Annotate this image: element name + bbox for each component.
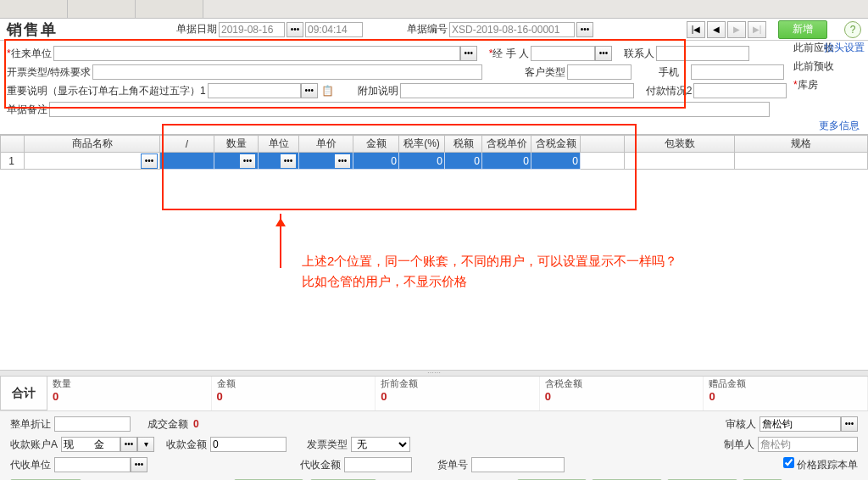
col-unit[interactable]: 单位	[259, 136, 299, 153]
agent-picker-button[interactable]: •••	[131, 457, 147, 472]
qty-picker-button[interactable]: •••	[239, 153, 256, 169]
col-gross-price[interactable]: 含税单价	[482, 136, 531, 153]
contact-label: 联系人	[624, 47, 654, 61]
auditor-picker-button[interactable]: •••	[841, 416, 858, 432]
col-amount[interactable]: 金额	[353, 136, 399, 153]
discount-label: 整单折让	[10, 417, 51, 432]
total-amount-label: 金额	[217, 377, 370, 390]
invoice-type-label: 开票类型/特殊要求	[7, 65, 91, 80]
help-icon[interactable]: ?	[844, 21, 861, 38]
deal-amount-value: 0	[193, 418, 199, 430]
time-input[interactable]	[305, 22, 363, 37]
follow-cost-checkbox[interactable]: 价格跟踪本单	[783, 457, 858, 472]
cell-spec[interactable]	[735, 153, 868, 170]
agent-label: 代收单位	[10, 458, 51, 472]
template-icon[interactable]: 📋	[321, 85, 334, 97]
invoice-type-input[interactable]	[92, 64, 482, 80]
tab-blank-1[interactable]	[0, 0, 68, 18]
maker-label: 制单人	[724, 438, 754, 452]
doc-no-picker-button[interactable]: •••	[576, 22, 593, 37]
cell-price[interactable]: •••	[299, 153, 353, 170]
doc-note-input[interactable]	[49, 102, 770, 117]
footer: 整单折让 成交金额 0 审核人 ••• 收款账户A ••• ▾ 收款金额 发票类…	[0, 411, 868, 480]
tab-blank-3[interactable]	[136, 0, 203, 18]
col-product[interactable]: 商品名称	[25, 136, 160, 153]
date-input[interactable]	[219, 22, 285, 37]
cust-type-label: 客户类型	[525, 65, 565, 80]
new-button[interactable]: 新增	[778, 20, 827, 39]
col-spec[interactable]: 规格	[735, 136, 868, 153]
handler-input[interactable]	[531, 46, 595, 61]
col-gross-amount[interactable]: 含税金额	[531, 136, 581, 153]
totals-bar: 合计 数量0 金额0 折前金额0 含税金额0 赠品金额0	[0, 377, 868, 411]
customer-picker-button[interactable]: •••	[460, 46, 477, 61]
col-taxrate[interactable]: 税率(%)	[399, 136, 445, 153]
col-pack[interactable]: 包装数	[625, 136, 735, 153]
side-stock-label: 库房	[798, 79, 818, 91]
product-picker-button[interactable]: •••	[141, 153, 158, 169]
col-tax[interactable]: 税额	[445, 136, 482, 153]
cell-unit[interactable]: •••	[259, 153, 299, 170]
handler-picker-button[interactable]: •••	[595, 46, 612, 61]
nav-first-button[interactable]: |◀	[687, 21, 705, 38]
total-gross-value: 0	[545, 390, 698, 403]
important-note-label: 重要说明（显示在订单右上角不超过五字）1	[7, 84, 206, 98]
pay-state-label: 付款情况2	[646, 84, 693, 98]
col-qty[interactable]: 数量	[214, 136, 259, 153]
important-note-input[interactable]	[208, 83, 301, 98]
col-slash[interactable]: /	[160, 136, 214, 153]
invoice-kind-select[interactable]: 无	[351, 437, 410, 452]
ship-no-input[interactable]	[471, 457, 565, 472]
pay-state-input[interactable]	[693, 83, 787, 98]
total-gross-label: 含税金额	[545, 377, 698, 390]
price-picker-button[interactable]: •••	[334, 153, 351, 169]
tab-blank-2[interactable]	[68, 0, 136, 18]
unit-picker-button[interactable]: •••	[280, 153, 297, 169]
doc-note-label: 单据备注	[7, 103, 47, 117]
cell-tax[interactable]: 0	[445, 153, 482, 170]
col-price[interactable]: 单价	[299, 136, 353, 153]
recv-amount-input[interactable]	[210, 437, 287, 452]
recv-acct-input[interactable]	[61, 437, 120, 452]
cell-taxrate[interactable]: 0	[399, 153, 445, 170]
recv-amount-label: 收款金额	[166, 438, 207, 452]
cell-slash[interactable]	[160, 153, 214, 170]
doc-no-input[interactable]	[449, 22, 575, 37]
cell-pack[interactable]	[625, 153, 735, 170]
recv-acct-label: 收款账户A	[10, 438, 58, 452]
invoice-kind-label: 发票类型	[307, 438, 348, 452]
cell-amount[interactable]: 0	[353, 153, 399, 170]
discount-input[interactable]	[54, 416, 131, 432]
splitter-handle[interactable]: ⋯⋯	[0, 370, 868, 377]
recv-acct-dropdown-button[interactable]: ▾	[137, 437, 154, 452]
cust-type-input[interactable]	[567, 64, 632, 80]
col-blank[interactable]	[581, 136, 625, 153]
header-settings-link[interactable]: 抬头设置	[824, 42, 865, 53]
recv-acct-picker-button[interactable]: •••	[120, 437, 137, 452]
col-index[interactable]	[1, 136, 25, 153]
doc-no-label: 单据编号	[407, 22, 448, 36]
cell-qty[interactable]: •••	[214, 153, 259, 170]
extra-note-input[interactable]	[400, 83, 634, 98]
total-qty-value: 0	[53, 390, 206, 403]
grid-row[interactable]: 1 ••• ••• ••• ••• 0 0 0 0 0	[1, 153, 868, 170]
contact-input[interactable]	[656, 46, 749, 61]
agent-amount-input[interactable]	[344, 457, 412, 472]
deal-amount-label: 成交金额	[147, 417, 188, 432]
tab-bar	[0, 0, 868, 19]
annotation-arrow	[280, 214, 281, 268]
nav-last-button[interactable]: ▶|	[748, 21, 766, 38]
date-picker-button[interactable]: •••	[287, 22, 303, 37]
cell-gross-price[interactable]: 0	[482, 153, 531, 170]
phone-input[interactable]	[691, 64, 784, 80]
total-qty-label: 数量	[53, 377, 206, 390]
nav-next-button[interactable]: ▶	[727, 21, 746, 38]
auditor-input[interactable]	[760, 416, 841, 432]
customer-input[interactable]	[53, 46, 460, 61]
agent-input[interactable]	[54, 457, 131, 472]
nav-prev-button[interactable]: ◀	[707, 21, 726, 38]
more-info-link[interactable]: 更多信息	[0, 119, 868, 134]
cell-blank[interactable]	[581, 153, 625, 170]
important-picker-button[interactable]: •••	[301, 83, 318, 98]
cell-gross-amount[interactable]: 0	[531, 153, 581, 170]
